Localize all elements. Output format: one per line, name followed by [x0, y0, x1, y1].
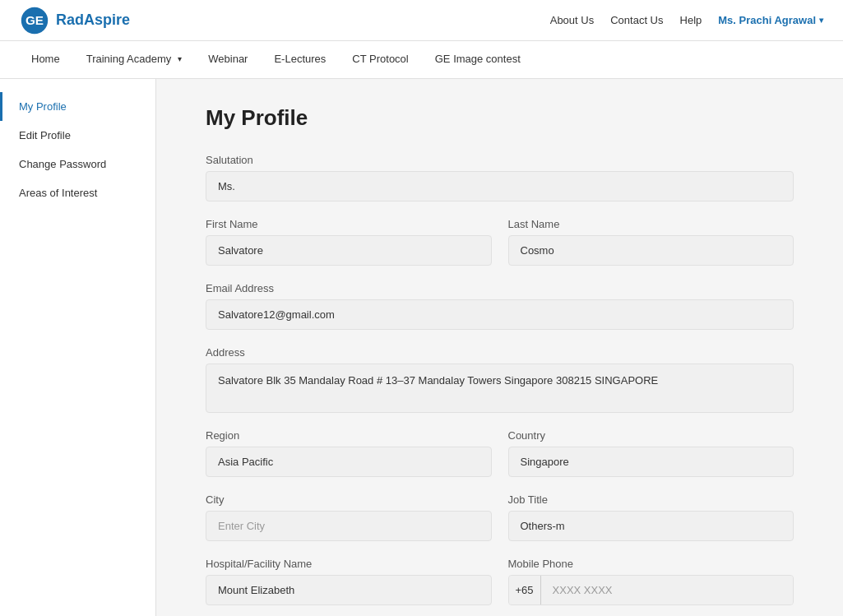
- salutation-value: Ms.: [206, 171, 794, 201]
- hospital-mobile-row: Hospital/Facility Name Mount Elizabeth M…: [206, 558, 794, 616]
- address-label: Address: [206, 346, 794, 359]
- svg-text:GE: GE: [25, 13, 44, 27]
- region-field-group: Region Asia Pacific: [206, 429, 492, 477]
- city-job-row: City Enter City Job Title Others-m: [206, 493, 794, 558]
- brand-name: RadAspire: [56, 12, 130, 29]
- last-name-value: Cosmo: [508, 235, 794, 266]
- user-menu[interactable]: Ms. Prachi Agrawal ▾: [718, 14, 823, 26]
- job-title-label: Job Title: [508, 493, 794, 506]
- page-title: My Profile: [206, 105, 794, 131]
- nav-webinar[interactable]: Webinar: [197, 41, 259, 79]
- nav-ct-protocol[interactable]: CT Protocol: [340, 41, 419, 79]
- mobile-label: Mobile Phone: [508, 558, 794, 570]
- sidebar-item-areas-of-interest[interactable]: Areas of Interest: [0, 178, 155, 207]
- region-value: Asia Pacific: [206, 447, 492, 477]
- salutation-label: Salutation: [206, 154, 794, 166]
- ge-logo-icon: GE: [20, 6, 49, 35]
- mobile-field-group: Mobile Phone +65 XXXX XXXX: [508, 558, 794, 605]
- sidebar-item-edit-profile[interactable]: Edit Profile: [0, 121, 155, 150]
- top-nav: GE RadAspire About Us Contact Us Help Ms…: [0, 0, 843, 41]
- hospital-value: Mount Elizabeth: [206, 575, 492, 605]
- about-us-link[interactable]: About Us: [550, 14, 594, 26]
- first-name-value: Salvatore: [206, 235, 492, 266]
- job-title-value: Others-m: [508, 511, 794, 541]
- help-link[interactable]: Help: [680, 14, 702, 26]
- sidebar-item-change-password[interactable]: Change Password: [0, 150, 155, 178]
- main-nav: Home Training Academy ▾ Webinar E-Lectur…: [0, 41, 843, 79]
- city-field-group: City Enter City: [206, 493, 492, 541]
- email-label: Email Address: [206, 282, 794, 294]
- nav-e-lectures[interactable]: E-Lectures: [262, 41, 337, 79]
- logo-area[interactable]: GE RadAspire: [20, 6, 130, 35]
- city-label: City: [206, 493, 492, 506]
- hospital-field-group: Hospital/Facility Name Mount Elizabeth: [206, 558, 492, 605]
- country-label: Country: [508, 429, 794, 442]
- chevron-down-icon: ▾: [819, 16, 823, 25]
- page-container: My Profile Edit Profile Change Password …: [0, 79, 843, 616]
- last-name-label: Last Name: [508, 218, 794, 230]
- email-field-group: Email Address Salvatore12@gmail.com: [206, 282, 794, 330]
- nav-training-academy[interactable]: Training Academy ▾: [75, 41, 194, 79]
- address-value: Salvatore Blk 35 Mandalay Road # 13–37 M…: [206, 364, 794, 413]
- user-name: Ms. Prachi Agrawal: [718, 14, 816, 26]
- name-row: First Name Salvatore Last Name Cosmo: [206, 218, 794, 282]
- address-field-group: Address Salvatore Blk 35 Mandalay Road #…: [206, 346, 794, 413]
- first-name-field-group: First Name Salvatore: [206, 218, 492, 266]
- nav-ge-image-contest[interactable]: GE Image contest: [424, 41, 532, 79]
- contact-us-link[interactable]: Contact Us: [610, 14, 663, 26]
- job-title-field-group: Job Title Others-m: [508, 493, 794, 541]
- region-label: Region: [206, 429, 492, 442]
- mobile-phone-field: +65 XXXX XXXX: [508, 575, 794, 605]
- mobile-number-placeholder: XXXX XXXX: [541, 576, 793, 604]
- email-value: Salvatore12@gmail.com: [206, 299, 794, 330]
- training-academy-chevron-icon: ▾: [178, 54, 182, 63]
- nav-home[interactable]: Home: [20, 41, 72, 79]
- region-country-row: Region Asia Pacific Country Singapore: [206, 429, 794, 493]
- main-content: My Profile Salutation Ms. First Name Sal…: [156, 79, 843, 616]
- country-value: Singapore: [508, 447, 794, 477]
- city-value: Enter City: [206, 511, 492, 541]
- first-name-label: First Name: [206, 218, 492, 230]
- sidebar: My Profile Edit Profile Change Password …: [0, 79, 156, 616]
- salutation-field-group: Salutation Ms.: [206, 154, 794, 201]
- last-name-field-group: Last Name Cosmo: [508, 218, 794, 266]
- sidebar-item-my-profile[interactable]: My Profile: [0, 92, 155, 121]
- mobile-prefix: +65: [509, 576, 541, 604]
- hospital-label: Hospital/Facility Name: [206, 558, 492, 570]
- country-field-group: Country Singapore: [508, 429, 794, 477]
- top-nav-links: About Us Contact Us Help Ms. Prachi Agra…: [550, 14, 823, 26]
